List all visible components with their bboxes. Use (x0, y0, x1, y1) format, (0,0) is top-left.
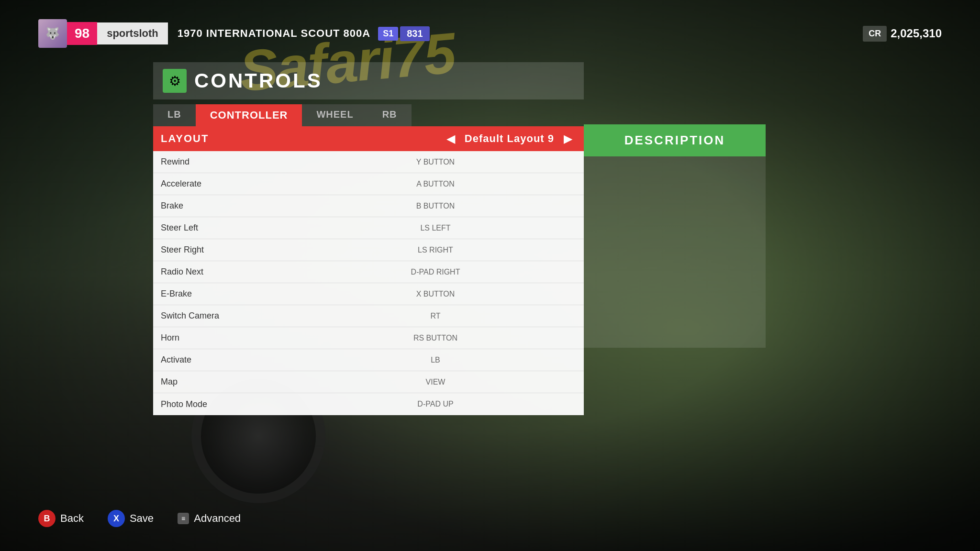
layout-label: LAYOUT (161, 132, 209, 145)
cr-value: 2,025,310 (891, 27, 942, 40)
cr-badge: CR 2,025,310 (863, 26, 942, 42)
control-binding: LS LEFT (295, 224, 576, 232)
player-avatar: 🐺 (38, 19, 67, 48)
description-body (584, 156, 766, 348)
control-binding: RT (295, 312, 576, 320)
control-name: Map (161, 377, 295, 387)
car-name: 1970 INTERNATIONAL SCOUT 800A (178, 27, 371, 40)
description-panel: DESCRIPTION (584, 124, 766, 348)
tabs-container: LB CONTROLLER WHEEL RB (153, 104, 584, 126)
layout-name: Default Layout 9 (465, 132, 554, 145)
control-row[interactable]: Steer RightLS RIGHT (153, 239, 584, 261)
control-row[interactable]: ActivateLB (153, 349, 584, 371)
controls-list: RewindY BUTTONAccelerateA BUTTONBrakeB B… (153, 151, 584, 415)
control-row[interactable]: MapVIEW (153, 371, 584, 393)
control-row[interactable]: E-BrakeX BUTTON (153, 283, 584, 305)
tab-controller[interactable]: CONTROLLER (196, 104, 302, 126)
advanced-action[interactable]: ≡ Advanced (178, 512, 241, 525)
layout-prev-arrow[interactable]: ◀ (443, 130, 459, 147)
control-name: Accelerate (161, 179, 295, 189)
player-level: 98 (67, 22, 97, 45)
control-binding: Y BUTTON (295, 158, 576, 166)
control-row[interactable]: Radio NextD-PAD RIGHT (153, 261, 584, 283)
layout-row: LAYOUT ◀ Default Layout 9 ▶ (153, 126, 584, 151)
control-name: Switch Camera (161, 311, 295, 321)
control-row[interactable]: Photo ModeD-PAD UP (153, 393, 584, 415)
control-name: Brake (161, 201, 295, 211)
control-binding: A BUTTON (295, 180, 576, 188)
control-binding: D-PAD UP (295, 400, 576, 408)
control-name: Horn (161, 333, 295, 343)
control-binding: RS BUTTON (295, 334, 576, 342)
control-row[interactable]: Switch CameraRT (153, 305, 584, 327)
cr-label: CR (863, 26, 887, 42)
control-row[interactable]: HornRS BUTTON (153, 327, 584, 349)
control-name: Activate (161, 355, 295, 365)
control-name: Photo Mode (161, 399, 295, 409)
control-binding: LS RIGHT (295, 246, 576, 254)
back-action[interactable]: B Back (38, 510, 84, 527)
control-binding: X BUTTON (295, 290, 576, 298)
s-badge: S1 (378, 27, 398, 41)
control-name: E-Brake (161, 289, 295, 299)
back-label: Back (60, 512, 84, 525)
save-label: Save (130, 512, 154, 525)
control-row[interactable]: AccelerateA BUTTON (153, 173, 584, 195)
tab-rb[interactable]: RB (368, 104, 412, 126)
description-title: DESCRIPTION (593, 133, 756, 148)
bottom-bar: B Back X Save ≡ Advanced (38, 510, 942, 527)
controls-panel: ⚙ CONTROLS LB CONTROLLER WHEEL RB LAYOUT… (153, 62, 584, 415)
gear-icon: ⚙ (163, 69, 187, 93)
controls-title: CONTROLS (194, 69, 323, 92)
control-name: Steer Right (161, 245, 295, 255)
control-name: Steer Left (161, 223, 295, 233)
player-info: 🐺 98 sportsloth 1970 INTERNATIONAL SCOUT… (38, 19, 430, 48)
x-button-icon: X (108, 510, 125, 527)
control-name: Rewind (161, 157, 295, 167)
b-button-icon: B (38, 510, 56, 527)
save-action[interactable]: X Save (108, 510, 154, 527)
player-name: sportsloth (97, 22, 168, 44)
control-row[interactable]: RewindY BUTTON (153, 151, 584, 173)
layout-nav: ◀ Default Layout 9 ▶ (443, 130, 576, 147)
description-header: DESCRIPTION (584, 124, 766, 156)
tab-lb[interactable]: LB (153, 104, 196, 126)
control-name: Radio Next (161, 267, 295, 277)
layout-next-arrow[interactable]: ▶ (560, 130, 576, 147)
pi-badge: 831 (400, 26, 429, 41)
tab-wheel[interactable]: WHEEL (302, 104, 368, 126)
control-row[interactable]: Steer LeftLS LEFT (153, 217, 584, 239)
control-binding: VIEW (295, 378, 576, 386)
advanced-label: Advanced (194, 512, 241, 525)
top-bar: 🐺 98 sportsloth 1970 INTERNATIONAL SCOUT… (38, 19, 942, 48)
control-binding: D-PAD RIGHT (295, 268, 576, 276)
control-binding: B BUTTON (295, 202, 576, 210)
menu-button-icon: ≡ (178, 513, 189, 524)
control-row[interactable]: BrakeB BUTTON (153, 195, 584, 217)
control-binding: LB (295, 356, 576, 364)
controls-header: ⚙ CONTROLS (153, 62, 584, 99)
